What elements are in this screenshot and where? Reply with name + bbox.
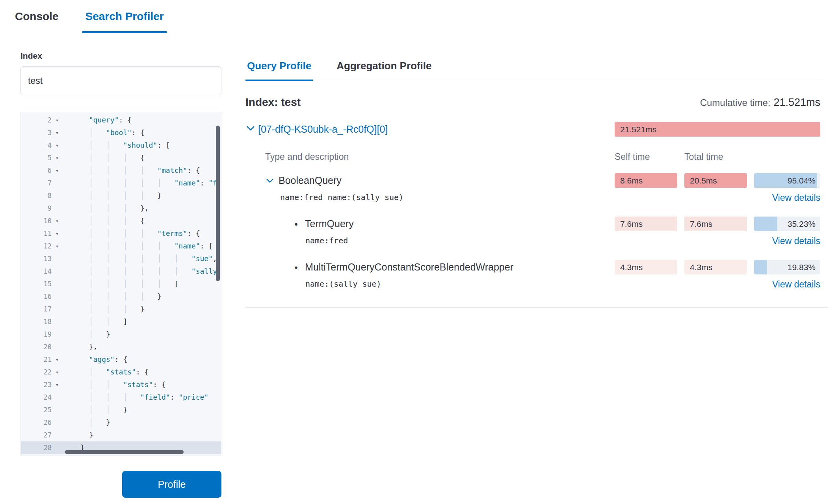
fold-caret-icon[interactable]: ▾ — [52, 126, 63, 139]
shard-time-bar: 21.521ms — [615, 122, 820, 137]
line-number-gutter: 3▾ — [21, 126, 63, 139]
line-number: 11 — [21, 227, 52, 240]
total-time-badge: 20.5ms — [684, 173, 747, 188]
code-line: │ │ "stats": { — [63, 378, 166, 391]
tab-search-profiler[interactable]: Search Profiler — [82, 0, 167, 33]
query-profile-body: Index: test Cumulative time:21.521ms [07… — [245, 81, 820, 308]
line-number: 5 — [21, 152, 52, 164]
tab-query-profile[interactable]: Query Profile — [245, 58, 313, 81]
fold-caret-icon[interactable]: ▾ — [52, 114, 63, 126]
line-number-gutter: 7 — [21, 177, 63, 189]
chevron-down-icon[interactable] — [265, 176, 275, 185]
fold-caret-icon[interactable]: ▾ — [52, 240, 63, 252]
fold-caret-icon[interactable]: ▾ — [52, 215, 63, 227]
line-number-gutter: 10▾ — [21, 215, 63, 227]
editor-line: 23▾ │ │ "stats": { — [21, 378, 221, 391]
line-number: 9 — [21, 202, 52, 215]
line-number: 16 — [21, 290, 52, 303]
editor-line: 22▾ │ "stats": { — [21, 366, 221, 378]
code-line: │ │ │ }, — [63, 202, 149, 215]
self-time-badge: 7.6ms — [615, 217, 677, 231]
editor-line: 13 │ │ │ │ │ │ "sue", — [21, 252, 221, 265]
line-number-gutter: 14 — [21, 265, 63, 278]
column-total-time: Total time — [684, 152, 747, 162]
line-number-gutter: 4▾ — [21, 139, 63, 152]
editor-line: 25 │ │ } — [21, 404, 221, 416]
editor-line: 24 │ │ │ "field": "price" — [21, 391, 221, 404]
query-editor[interactable]: 2▾ "query": {3▾ │ "bool": {4▾ │ │ "shoul… — [20, 112, 221, 456]
fold-caret-icon[interactable]: ▾ — [52, 164, 63, 177]
editor-line: 5▾ │ │ │ { — [21, 152, 221, 164]
line-number: 20 — [21, 341, 52, 353]
column-self-time: Self time — [615, 152, 677, 162]
query-row: ●TermQuery7.6ms7.6ms35.23% — [245, 217, 820, 231]
shard-time-value: 21.521ms — [620, 125, 656, 134]
view-details-link[interactable]: View details — [754, 236, 820, 246]
line-number-gutter: 12▾ — [21, 240, 63, 252]
code-line: }, — [63, 341, 97, 353]
query-name: ●MultiTermQueryConstantScoreBlendedWrapp… — [245, 261, 608, 273]
editor-line: 17 │ │ │ } — [21, 303, 221, 315]
code-line: │ │ │ │ "match": { — [63, 164, 200, 177]
line-number: 8 — [21, 189, 52, 202]
fold-caret-icon[interactable]: ▾ — [52, 378, 63, 391]
shard-row: [07-dfQ-KS0ubk-a_-Rc0fQ][0] 21.521ms — [245, 122, 820, 137]
line-number: 28 — [21, 441, 52, 454]
line-number-gutter: 23▾ — [21, 378, 63, 391]
lucene-query-text: name:fred name:(sally sue) — [245, 193, 608, 202]
index-heading: Index: test — [245, 96, 301, 109]
line-number: 10 — [21, 215, 52, 227]
lucene-query-text: name:(sally sue) — [245, 279, 608, 289]
code-line: │ } — [63, 328, 110, 341]
search-profiler-app: Console Search Profiler Index 2▾ "query"… — [0, 0, 840, 504]
line-number: 26 — [21, 416, 52, 429]
column-type: Type and description — [245, 152, 608, 162]
query-name: ●TermQuery — [245, 218, 608, 230]
total-time-badge: 4.3ms — [684, 260, 747, 274]
line-number: 13 — [21, 252, 52, 265]
column-headers: Type and description Self time Total tim… — [245, 152, 820, 162]
shard-toggle[interactable]: [07-dfQ-KS0ubk-a_-Rc0fQ][0] — [245, 123, 608, 136]
percent-badge: 95.04% — [754, 173, 820, 188]
tab-aggregation-profile[interactable]: Aggregation Profile — [335, 58, 433, 81]
view-details-link[interactable]: View details — [754, 193, 820, 203]
editor-line: 7 │ │ │ │ │ "name": "f — [21, 177, 221, 189]
line-number: 12 — [21, 240, 52, 252]
line-number: 18 — [21, 315, 52, 328]
profile-button[interactable]: Profile — [122, 471, 221, 498]
shard-id: [07-dfQ-KS0ubk-a_-Rc0fQ][0] — [258, 124, 388, 135]
code-line: │ │ │ │ "terms": { — [63, 227, 200, 240]
editor-vertical-scrollbar[interactable] — [216, 126, 220, 281]
code-line: │ │ │ │ } — [63, 290, 162, 303]
query-name: BooleanQuery — [245, 175, 608, 186]
index-input[interactable] — [20, 66, 221, 95]
fold-caret-icon[interactable]: ▾ — [52, 139, 63, 152]
line-number-gutter: 13 — [21, 252, 63, 265]
percent-badge: 19.83% — [754, 260, 820, 274]
line-number: 14 — [21, 265, 52, 278]
editor-line: 26 │ } — [21, 416, 221, 429]
fold-caret-icon[interactable]: ▾ — [52, 152, 63, 164]
line-number: 7 — [21, 177, 52, 189]
profile-row-block: BooleanQuery8.6ms20.5ms95.04%name:fred n… — [245, 173, 820, 203]
code-line: │ │ ] — [63, 315, 127, 328]
fold-caret-icon[interactable]: ▾ — [52, 227, 63, 240]
editor-line: 8 │ │ │ │ } — [21, 189, 221, 202]
line-number: 4 — [21, 139, 52, 152]
query-type-label: MultiTermQueryConstantScoreBlendedWrappe… — [305, 261, 513, 273]
editor-horizontal-scrollbar[interactable] — [65, 450, 184, 454]
query-row: BooleanQuery8.6ms20.5ms95.04% — [245, 173, 820, 188]
line-number: 25 — [21, 404, 52, 416]
tab-console[interactable]: Console — [12, 0, 61, 33]
code-line: │ │ │ │ │ ] — [63, 278, 178, 290]
self-time-badge: 4.3ms — [615, 260, 677, 274]
view-details-link[interactable]: View details — [754, 279, 820, 290]
fold-caret-icon[interactable]: ▾ — [52, 366, 63, 378]
code-line: "query": { — [63, 114, 132, 126]
editor-line: 9 │ │ │ }, — [21, 202, 221, 215]
query-type-label: TermQuery — [305, 218, 354, 230]
fold-caret-icon[interactable]: ▾ — [52, 353, 63, 366]
top-nav: Console Search Profiler — [0, 0, 840, 33]
editor-line: 6▾ │ │ │ │ "match": { — [21, 164, 221, 177]
line-number-gutter: 22▾ — [21, 366, 63, 378]
